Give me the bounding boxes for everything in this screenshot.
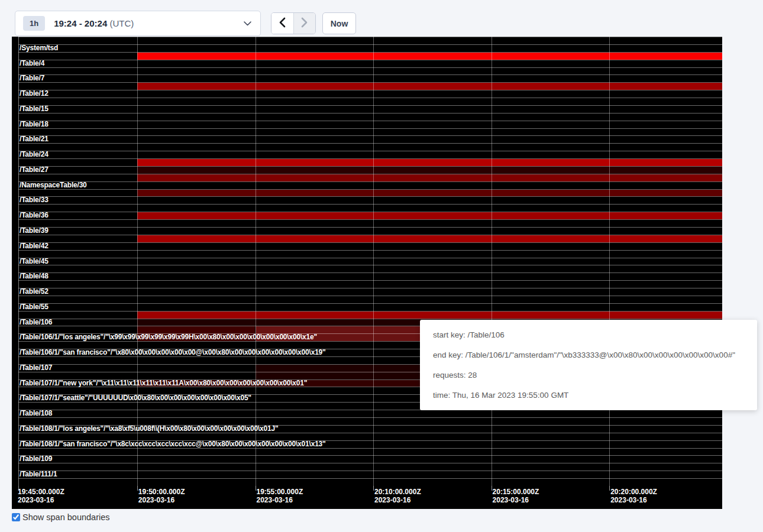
row-label: /Table/108/1/"los angeles"/"\xa8\xf5\u00… xyxy=(20,425,279,433)
row-label: /Table/107/1/"new york"/"\x11\x11\x11\x1… xyxy=(20,379,307,387)
row-label: /Table/24 xyxy=(20,151,49,158)
x-axis-tick-label: 20:10:00.000Z2023-03-16 xyxy=(374,488,421,504)
chevron-down-icon xyxy=(244,21,251,26)
now-button[interactable]: Now xyxy=(322,12,356,34)
heat-band xyxy=(137,167,722,174)
heat-band xyxy=(137,190,722,197)
time-range-preset-badge: 1h xyxy=(23,16,45,31)
row-label: /Table/39 xyxy=(20,227,49,235)
x-axis-time: 20:15:00.000Z xyxy=(493,488,539,496)
heat-band xyxy=(137,235,722,242)
row-label: /Table/52 xyxy=(20,288,49,296)
x-axis-time: 20:10:00.000Z xyxy=(374,488,421,496)
row-label: /Table/15 xyxy=(20,105,49,113)
span-boundary-gridlines xyxy=(18,37,722,486)
x-axis-date: 2023-03-16 xyxy=(138,496,185,504)
x-axis: 19:45:00.000Z2023-03-1619:50:00.000Z2023… xyxy=(12,486,722,509)
row-label: /Table/18 xyxy=(20,121,49,128)
row-label: /Table/7 xyxy=(20,74,44,82)
heat-band xyxy=(137,159,722,166)
time-range-value: 19:24 - 20:24 xyxy=(54,18,107,28)
heat-band xyxy=(137,174,722,181)
row-label: /Table/106/1/"los angeles"/"\x99\x99\x99… xyxy=(20,333,317,341)
time-gridline xyxy=(609,37,610,486)
time-gridline xyxy=(137,37,138,486)
row-label: /Table/55 xyxy=(20,303,49,311)
row-label: /Table/36 xyxy=(20,212,49,219)
row-label: /Table/48 xyxy=(20,273,49,280)
x-axis-tick-label: 19:55:00.000Z2023-03-16 xyxy=(257,488,303,504)
x-axis-time: 19:45:00.000Z xyxy=(18,488,64,496)
row-label: /Table/107 xyxy=(20,364,52,372)
x-axis-tick xyxy=(256,486,256,491)
row-label: /NamespaceTable/30 xyxy=(20,181,87,189)
heat-band xyxy=(137,212,722,219)
tooltip-requests: requests: 28 xyxy=(433,365,745,385)
key-visualizer-page: 1h 19:24 - 20:24 (UTC) Now /System/tsd/T… xyxy=(0,0,763,532)
tooltip-time: time: Thu, 16 Mar 2023 19:55:00 GMT xyxy=(433,385,745,406)
heat-band xyxy=(137,53,722,60)
x-axis-tick-label: 20:20:00.000Z2023-03-16 xyxy=(610,488,657,504)
heat-band xyxy=(137,312,722,319)
time-range-selector[interactable]: 1h 19:24 - 20:24 (UTC) xyxy=(15,11,261,36)
x-axis-tick xyxy=(492,486,492,491)
chevron-left-icon xyxy=(279,17,286,30)
row-label: /Table/108/1/"san francisco"/"\x8c\xcc\x… xyxy=(20,440,326,448)
row-label: /Table/108 xyxy=(20,410,52,417)
row-label: /Table/109 xyxy=(20,455,52,463)
x-axis-time: 19:55:00.000Z xyxy=(257,488,303,496)
time-gridline xyxy=(256,37,256,486)
time-range-timezone: (UTC) xyxy=(109,18,134,28)
x-axis-tick xyxy=(609,486,610,491)
x-axis-tick-label: 19:45:00.000Z2023-03-16 xyxy=(18,488,64,504)
x-axis-tick-label: 19:50:00.000Z2023-03-16 xyxy=(138,488,185,504)
row-label: /Table/42 xyxy=(20,242,49,250)
x-axis-time: 20:20:00.000Z xyxy=(610,488,657,496)
time-gridline xyxy=(492,37,492,486)
row-label: /Table/33 xyxy=(20,196,49,204)
heatmap-tooltip: start key: /Table/106 end key: /Table/10… xyxy=(420,320,757,410)
heat-band xyxy=(137,83,722,90)
show-span-boundaries-label: Show span boundaries xyxy=(22,512,110,522)
x-axis-tick xyxy=(137,486,138,491)
x-axis-date: 2023-03-16 xyxy=(18,496,64,504)
row-label: /Table/106 xyxy=(20,319,52,326)
row-label: /Table/27 xyxy=(20,166,49,174)
row-label: /Table/21 xyxy=(20,135,49,143)
x-axis-date: 2023-03-16 xyxy=(257,496,303,504)
time-forward-button[interactable] xyxy=(293,13,315,34)
tooltip-start-key: start key: /Table/106 xyxy=(433,325,745,345)
row-label: /Table/106/1/"san francisco"/"\x80\x00\x… xyxy=(20,349,326,356)
time-range-text: 19:24 - 20:24 (UTC) xyxy=(54,18,134,28)
y-axis-line xyxy=(18,37,19,486)
x-axis-tick xyxy=(373,486,374,491)
row-label: /Table/107/1/"seattle"/"UUUUUUD\x00\x80\… xyxy=(20,394,251,402)
chevron-right-icon xyxy=(301,17,308,30)
x-axis-tick-label: 20:15:00.000Z2023-03-16 xyxy=(493,488,539,504)
x-axis-time: 19:50:00.000Z xyxy=(138,488,185,496)
row-label: /Table/12 xyxy=(20,90,49,98)
time-gridline xyxy=(373,37,374,486)
show-span-boundaries-checkbox[interactable] xyxy=(12,513,20,521)
time-nav-group xyxy=(271,12,316,34)
row-label: /System/tsd xyxy=(20,44,58,52)
heatmap-plot[interactable]: /System/tsd/Table/4/Table/7/Table/12/Tab… xyxy=(12,37,722,486)
row-label: /Table/45 xyxy=(20,258,49,265)
heatmap-controls: Show span boundaries xyxy=(12,512,110,522)
row-label: /Table/4 xyxy=(20,60,44,67)
x-axis-date: 2023-03-16 xyxy=(610,496,657,504)
row-label: /Table/111/1 xyxy=(20,471,57,478)
tooltip-end-key: end key: /Table/106/1/"amsterdam"/"\xb33… xyxy=(433,345,745,365)
key-visualizer-heatmap[interactable]: /System/tsd/Table/4/Table/7/Table/12/Tab… xyxy=(12,37,722,509)
x-axis-date: 2023-03-16 xyxy=(374,496,421,504)
time-back-button[interactable] xyxy=(271,13,293,34)
x-axis-date: 2023-03-16 xyxy=(493,496,539,504)
